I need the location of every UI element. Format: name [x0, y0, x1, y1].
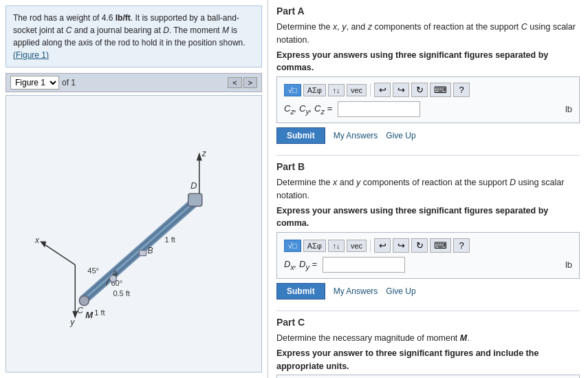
svg-text:C: C: [77, 306, 83, 315]
figure-bar: Figure 1 of 1 < >: [6, 73, 262, 92]
part-a-vec-btn[interactable]: vec: [347, 84, 367, 96]
part-b-updown-btn[interactable]: ↑↓: [328, 240, 345, 252]
part-b-answer-box: √□ AΣφ ↑↓ vec ↩ ↪ ↻ ⌨ ? Dx, Dy = lb: [276, 232, 580, 279]
part-a-submit-button[interactable]: Submit: [276, 127, 325, 144]
part-a-input-row: Cz, Cy, Cz = lb: [284, 101, 572, 117]
figure-prev-button[interactable]: <: [228, 77, 241, 88]
part-b-help-icon[interactable]: ?: [453, 238, 470, 253]
part-b-toolbar-sep: [370, 240, 371, 252]
svg-text:1 ft: 1 ft: [165, 235, 175, 244]
part-a-submit-row: Submit My Answers Give Up: [276, 127, 580, 144]
svg-text:B: B: [148, 246, 153, 255]
part-b-section: Part B Determine the x and y components …: [276, 161, 580, 300]
svg-point-25: [109, 275, 116, 282]
svg-text:D: D: [190, 180, 197, 191]
part-a-input-label: Cz, Cy, Cz =: [284, 103, 332, 116]
part-b-input-row: Dx, Dy = lb: [284, 257, 572, 273]
part-b-refresh-icon[interactable]: ↻: [411, 238, 428, 253]
figure-link[interactable]: (Figure 1): [13, 50, 49, 60]
part-a-refresh-icon[interactable]: ↻: [411, 83, 428, 97]
part-a-answer-input[interactable]: [338, 101, 420, 117]
part-c-desc2: Express your answer to three significant…: [276, 347, 580, 373]
part-a-undo-icon[interactable]: ↩: [374, 83, 391, 97]
part-c-title: Part C: [276, 317, 580, 328]
part-b-my-answers-button[interactable]: My Answers: [334, 286, 378, 296]
part-a-toolbar: √□ AΣφ ↑↓ vec ↩ ↪ ↻ ⌨ ?: [284, 83, 572, 97]
divider-a-b: [276, 155, 580, 156]
svg-text:y: y: [69, 317, 75, 327]
figure-next-button[interactable]: >: [243, 77, 257, 88]
part-b-answer-input[interactable]: [323, 257, 405, 273]
svg-text:M: M: [85, 310, 94, 320]
part-a-desc2: Express your answers using three signifi…: [276, 49, 580, 75]
part-b-vec-btn[interactable]: vec: [347, 240, 367, 252]
divider-b-c: [276, 311, 580, 311]
part-b-give-up-button[interactable]: Give Up: [386, 286, 415, 296]
figure-container: z x y D A B C: [6, 95, 262, 372]
part-c-answer-box: ⊞ μA ↩ ↪ ↻ ⌨ ? M =: [276, 375, 580, 378]
part-a-section: Part A Determine the x, y, and z compone…: [276, 6, 580, 144]
part-b-input-label: Dx, Dy =: [284, 259, 317, 271]
part-a-title: Part A: [276, 6, 580, 17]
svg-rect-0: [6, 137, 261, 330]
part-b-sqrt-btn[interactable]: √□: [284, 240, 301, 252]
part-b-keyboard-icon[interactable]: ⌨: [430, 238, 451, 253]
part-a-help-icon[interactable]: ?: [453, 83, 470, 97]
part-b-desc1: Determine the x and y components of reac…: [276, 176, 580, 202]
part-b-submit-row: Submit My Answers Give Up: [276, 283, 580, 300]
svg-rect-13: [188, 193, 202, 206]
right-panel: Part A Determine the x, y, and z compone…: [268, 0, 588, 378]
part-a-redo-icon[interactable]: ↪: [393, 83, 409, 97]
part-c-desc1: Determine the necessary magnitude of mom…: [276, 332, 580, 345]
part-a-sigma-btn[interactable]: AΣφ: [303, 84, 326, 96]
figure-navigation: < >: [228, 77, 257, 88]
svg-text:x: x: [34, 235, 40, 245]
part-b-title: Part B: [276, 161, 580, 172]
svg-text:z: z: [202, 149, 207, 158]
part-b-undo-icon[interactable]: ↩: [374, 238, 391, 253]
part-a-toolbar-sep: [370, 84, 371, 96]
part-a-updown-btn[interactable]: ↑↓: [328, 84, 345, 96]
part-b-redo-icon[interactable]: ↪: [393, 238, 409, 253]
part-a-unit-label: lb: [565, 104, 572, 114]
part-a-answer-box: √□ AΣφ ↑↓ vec ↩ ↪ ↻ ⌨ ? Cz, Cy, Cz = lb: [276, 76, 580, 123]
part-b-unit-label: lb: [565, 260, 572, 270]
figure-select[interactable]: Figure 1: [10, 76, 59, 90]
svg-rect-26: [140, 251, 146, 256]
part-a-sqrt-btn[interactable]: √□: [284, 84, 301, 96]
svg-text:1 ft: 1 ft: [94, 308, 105, 317]
part-a-my-answers-button[interactable]: My Answers: [334, 131, 378, 140]
svg-text:45°: 45°: [87, 266, 99, 275]
problem-description: The rod has a weight of 4.6 lb/ft. It is…: [6, 6, 262, 67]
svg-text:0.5 ft: 0.5 ft: [113, 289, 130, 297]
figure-of-label: of 1: [62, 78, 76, 87]
part-c-section: Part C Determine the necessary magnitude…: [276, 317, 580, 378]
part-b-submit-button[interactable]: Submit: [276, 283, 325, 300]
part-b-toolbar: √□ AΣφ ↑↓ vec ↩ ↪ ↻ ⌨ ?: [284, 238, 572, 253]
part-a-give-up-button[interactable]: Give Up: [386, 131, 415, 140]
svg-point-24: [79, 296, 89, 306]
part-a-desc1: Determine the x, y, and z components of …: [276, 21, 580, 47]
left-panel: The rod has a weight of 4.6 lb/ft. It is…: [0, 0, 268, 378]
part-b-sigma-btn[interactable]: AΣφ: [303, 240, 326, 252]
part-a-keyboard-icon[interactable]: ⌨: [430, 83, 451, 97]
part-b-desc2: Express your answers using three signifi…: [276, 204, 580, 231]
